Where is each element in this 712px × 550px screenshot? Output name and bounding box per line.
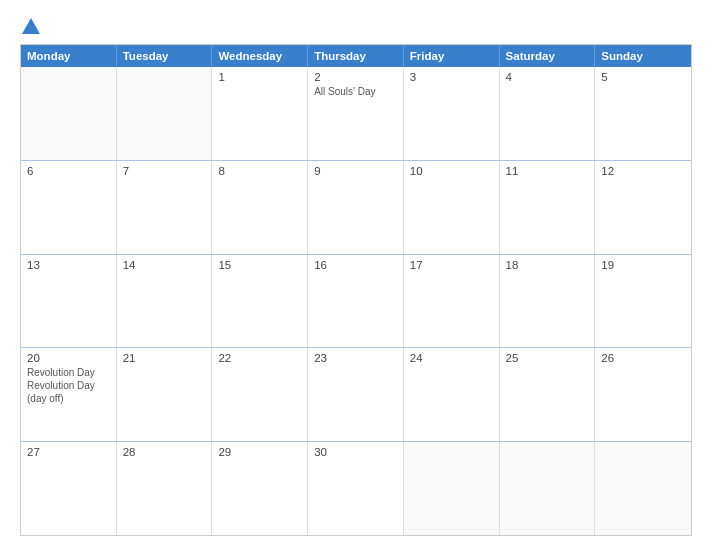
day-number: 27 — [27, 446, 110, 458]
calendar-cell: 6 — [21, 161, 117, 254]
logo-triangle-icon — [22, 18, 40, 34]
day-number: 24 — [410, 352, 493, 364]
calendar-cell: 2All Souls' Day — [308, 67, 404, 160]
calendar-body: 12All Souls' Day345678910111213141516171… — [21, 67, 691, 535]
calendar-week-5: 27282930 — [21, 442, 691, 535]
day-number: 12 — [601, 165, 685, 177]
calendar-cell: 22 — [212, 348, 308, 441]
calendar-cell: 18 — [500, 255, 596, 348]
calendar-cell: 17 — [404, 255, 500, 348]
calendar-cell: 7 — [117, 161, 213, 254]
calendar-cell: 21 — [117, 348, 213, 441]
header-cell-friday: Friday — [404, 45, 500, 67]
calendar-cell: 26 — [595, 348, 691, 441]
day-number: 7 — [123, 165, 206, 177]
day-number: 23 — [314, 352, 397, 364]
day-number: 19 — [601, 259, 685, 271]
calendar-week-3: 13141516171819 — [21, 255, 691, 349]
calendar-cell: 1 — [212, 67, 308, 160]
header-cell-sunday: Sunday — [595, 45, 691, 67]
day-number: 25 — [506, 352, 589, 364]
day-number: 28 — [123, 446, 206, 458]
day-number: 15 — [218, 259, 301, 271]
calendar-cell: 19 — [595, 255, 691, 348]
calendar-page: MondayTuesdayWednesdayThursdayFridaySatu… — [0, 0, 712, 550]
day-number: 22 — [218, 352, 301, 364]
holiday-label: Revolution Day Revolution Day (day off) — [27, 366, 110, 405]
day-number: 9 — [314, 165, 397, 177]
day-number: 30 — [314, 446, 397, 458]
calendar-cell: 15 — [212, 255, 308, 348]
calendar-cell — [21, 67, 117, 160]
calendar-cell: 10 — [404, 161, 500, 254]
calendar-cell: 3 — [404, 67, 500, 160]
calendar-cell — [500, 442, 596, 535]
day-number: 16 — [314, 259, 397, 271]
calendar-cell: 25 — [500, 348, 596, 441]
calendar-cell — [404, 442, 500, 535]
calendar-cell: 4 — [500, 67, 596, 160]
day-number: 26 — [601, 352, 685, 364]
holiday-label: All Souls' Day — [314, 85, 397, 98]
header-cell-tuesday: Tuesday — [117, 45, 213, 67]
day-number: 6 — [27, 165, 110, 177]
logo — [20, 18, 40, 34]
calendar-week-2: 6789101112 — [21, 161, 691, 255]
day-number: 11 — [506, 165, 589, 177]
header-cell-saturday: Saturday — [500, 45, 596, 67]
calendar-cell: 9 — [308, 161, 404, 254]
day-number: 17 — [410, 259, 493, 271]
calendar-cell: 20Revolution Day Revolution Day (day off… — [21, 348, 117, 441]
calendar-cell: 30 — [308, 442, 404, 535]
calendar-cell: 14 — [117, 255, 213, 348]
calendar-cell — [117, 67, 213, 160]
day-number: 21 — [123, 352, 206, 364]
day-number: 2 — [314, 71, 397, 83]
calendar-cell: 23 — [308, 348, 404, 441]
calendar-cell: 28 — [117, 442, 213, 535]
calendar-week-4: 20Revolution Day Revolution Day (day off… — [21, 348, 691, 442]
calendar-cell: 8 — [212, 161, 308, 254]
header-cell-monday: Monday — [21, 45, 117, 67]
day-number: 14 — [123, 259, 206, 271]
calendar-week-1: 12All Souls' Day345 — [21, 67, 691, 161]
day-number: 18 — [506, 259, 589, 271]
calendar-header: MondayTuesdayWednesdayThursdayFridaySatu… — [21, 45, 691, 67]
header-cell-wednesday: Wednesday — [212, 45, 308, 67]
day-number: 8 — [218, 165, 301, 177]
day-number: 13 — [27, 259, 110, 271]
calendar: MondayTuesdayWednesdayThursdayFridaySatu… — [20, 44, 692, 536]
day-number: 4 — [506, 71, 589, 83]
calendar-cell: 16 — [308, 255, 404, 348]
page-header — [20, 18, 692, 34]
header-cell-thursday: Thursday — [308, 45, 404, 67]
day-number: 3 — [410, 71, 493, 83]
calendar-cell: 24 — [404, 348, 500, 441]
day-number: 10 — [410, 165, 493, 177]
calendar-cell: 11 — [500, 161, 596, 254]
calendar-cell: 5 — [595, 67, 691, 160]
calendar-cell — [595, 442, 691, 535]
calendar-cell: 12 — [595, 161, 691, 254]
calendar-cell: 29 — [212, 442, 308, 535]
day-number: 1 — [218, 71, 301, 83]
day-number: 5 — [601, 71, 685, 83]
calendar-cell: 13 — [21, 255, 117, 348]
calendar-cell: 27 — [21, 442, 117, 535]
day-number: 29 — [218, 446, 301, 458]
day-number: 20 — [27, 352, 110, 364]
